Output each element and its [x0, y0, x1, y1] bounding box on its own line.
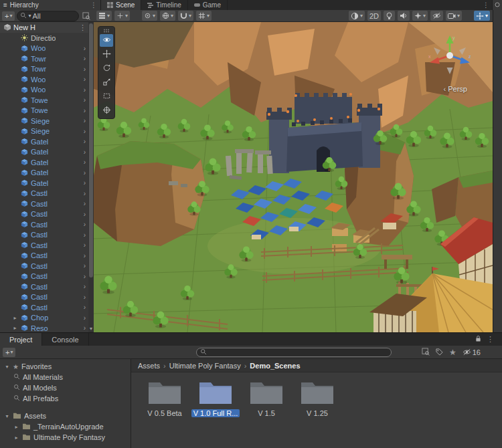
prefab-open-arrow[interactable]: ›	[84, 117, 86, 124]
hierarchy-item[interactable]: Gatel›	[0, 136, 93, 147]
scale-tool-button[interactable]	[100, 76, 113, 89]
tool-settings-dropdown[interactable]: ▾	[114, 11, 130, 21]
panel-menu-icon[interactable]: ⋮	[90, 1, 97, 9]
transform-tool-button[interactable]	[100, 104, 113, 117]
prefab-open-arrow[interactable]: ›	[84, 231, 86, 239]
scene-viewport[interactable]: y x z ‹Persp	[94, 22, 493, 332]
scene-root-item[interactable]: New H ⋮	[0, 22, 93, 33]
rect-tool-button[interactable]	[100, 90, 113, 103]
folder-tile[interactable]: V 0.5 Beta	[141, 378, 189, 417]
hierarchy-item[interactable]: Castl›	[0, 271, 93, 282]
prefab-open-arrow[interactable]: ›	[84, 107, 86, 114]
prefab-open-arrow[interactable]: ›	[84, 96, 86, 104]
chevron-down-icon[interactable]: ▾	[4, 413, 10, 419]
hierarchy-item[interactable]: Castl›	[0, 302, 93, 313]
hierarchy-item[interactable]: Gatel›	[0, 147, 93, 158]
label-tag-icon[interactable]	[436, 348, 443, 357]
scrollbar-thumb[interactable]	[89, 23, 93, 277]
prefab-open-arrow[interactable]: ›	[84, 273, 86, 280]
hierarchy-item[interactable]: ▸Chop›	[0, 313, 93, 324]
prefab-open-arrow[interactable]: ›	[84, 211, 86, 218]
pivot-dropdown[interactable]: ▾	[142, 11, 157, 21]
hierarchy-scrollbar[interactable]: ▼	[88, 22, 94, 332]
prefab-open-arrow[interactable]: ›	[84, 252, 86, 259]
favorite-star-icon[interactable]: ★	[449, 348, 456, 357]
lock-icon[interactable]	[475, 335, 481, 344]
prefab-open-arrow[interactable]: ›	[84, 190, 86, 197]
scene-orientation-gizmo[interactable]: y x z	[424, 30, 475, 82]
expander-icon[interactable]: ▸	[12, 315, 18, 321]
prefab-open-arrow[interactable]: ›	[84, 200, 86, 207]
hierarchy-item[interactable]: Castl›	[0, 251, 93, 261]
scene-options-icon[interactable]: ⋮	[79, 23, 86, 32]
breadcrumb-item[interactable]: Assets	[138, 362, 160, 370]
prefab-open-arrow[interactable]: ›	[84, 314, 86, 322]
asset-folder-item[interactable]: ▸_TerrainAutoUpgrade	[0, 421, 131, 432]
hierarchy-item[interactable]: Castl›	[0, 261, 93, 271]
folder-tile[interactable]: V 1.5	[242, 378, 290, 417]
toggle-2d-button[interactable]: 2D	[367, 11, 381, 21]
hierarchy-item[interactable]: Woo›	[0, 85, 93, 96]
chevron-down-icon[interactable]: ▾	[4, 364, 10, 370]
scene-effects-dropdown[interactable]: ▾	[412, 11, 428, 21]
hierarchy-item[interactable]: Siege›	[0, 116, 93, 126]
hierarchy-item[interactable]: Gatel›	[0, 157, 93, 168]
project-search-field[interactable]	[196, 348, 392, 357]
hierarchy-item[interactable]: Gatel›	[0, 168, 93, 179]
hierarchy-item[interactable]: Towr›	[0, 64, 93, 75]
move-tool-button[interactable]	[100, 48, 113, 61]
hierarchy-search-input[interactable]: ▾ All	[17, 11, 79, 21]
scene-lighting-toggle[interactable]	[384, 11, 395, 21]
hierarchy-item[interactable]: Castl›	[0, 282, 93, 292]
shading-mode-dropdown[interactable]: ▾	[349, 11, 365, 21]
favorites-item[interactable]: All Prefabs	[0, 393, 131, 404]
hidden-count-toggle[interactable]: 16	[463, 348, 481, 357]
project-search-input[interactable]	[209, 348, 388, 356]
folder-tile[interactable]: V 1.0 Full R...	[191, 378, 240, 417]
prefab-open-arrow[interactable]: ›	[84, 76, 86, 83]
project-add-button[interactable]: +▾	[3, 348, 15, 357]
overlay-layers-dropdown[interactable]: ▾	[96, 11, 112, 21]
hierarchy-item[interactable]: Gatel›	[0, 178, 93, 189]
projection-mode-label[interactable]: ‹Persp	[444, 85, 467, 93]
hierarchy-item[interactable]: Castl›	[0, 189, 93, 199]
hierarchy-item[interactable]: Woo›	[0, 74, 93, 85]
expander-icon[interactable]: ▸	[13, 435, 19, 441]
grid-snap-dropdown[interactable]: ▾	[178, 11, 193, 21]
scene-visibility-toggle[interactable]	[430, 11, 443, 21]
hierarchy-item[interactable]: Castl›	[0, 199, 93, 209]
tab-console[interactable]: Console	[42, 333, 88, 346]
hierarchy-item[interactable]: Castl›	[0, 230, 93, 241]
snap-increment-dropdown[interactable]: ▾	[196, 11, 212, 21]
hierarchy-item[interactable]: Towr›	[0, 53, 93, 64]
prefab-open-arrow[interactable]: ›	[84, 45, 86, 52]
left-rock[interactable]	[94, 141, 206, 246]
prefab-open-arrow[interactable]: ›	[84, 55, 86, 62]
view-tool-button[interactable]	[100, 34, 113, 47]
asset-folder-item[interactable]: ▸Ultimate Poly Fantasy	[0, 432, 131, 443]
prefab-open-arrow[interactable]: ›	[84, 324, 86, 332]
hierarchy-add-button[interactable]: +▾	[2, 11, 15, 21]
overlay-drag-handle[interactable]	[103, 28, 110, 33]
tab-hierarchy[interactable]: ≡ Hierarchy ⋮	[0, 0, 101, 10]
project-panel-menu-icon[interactable]: ⋮	[487, 335, 494, 344]
hierarchy-item[interactable]: Woo›	[0, 43, 93, 54]
rotate-tool-button[interactable]	[100, 62, 113, 75]
favorites-header[interactable]: ▾ ★ Favorites	[0, 361, 131, 372]
hierarchy-item[interactable]: Towe›	[0, 95, 93, 106]
prefab-open-arrow[interactable]: ›	[84, 304, 86, 311]
gizmo-tools-dropdown[interactable]: ▾	[474, 11, 490, 21]
prefab-open-arrow[interactable]: ›	[84, 283, 86, 290]
breadcrumb-item[interactable]: Demo_Scenes	[250, 362, 300, 370]
prefab-open-arrow[interactable]: ›	[84, 179, 86, 187]
expander-icon[interactable]: ▸	[12, 325, 18, 331]
orientation-dropdown[interactable]: ▾	[160, 11, 175, 21]
search-window-icon[interactable]	[81, 11, 92, 21]
prefab-open-arrow[interactable]: ›	[84, 66, 86, 73]
hierarchy-item[interactable]: Siege›	[0, 126, 93, 137]
breadcrumb-item[interactable]: Ultimate Poly Fantasy	[169, 362, 241, 370]
prefab-open-arrow[interactable]: ›	[84, 128, 86, 135]
prefab-open-arrow[interactable]: ›	[84, 294, 86, 301]
assets-root[interactable]: ▾ Assets	[0, 411, 131, 421]
hierarchy-item[interactable]: Castl›	[0, 209, 93, 220]
